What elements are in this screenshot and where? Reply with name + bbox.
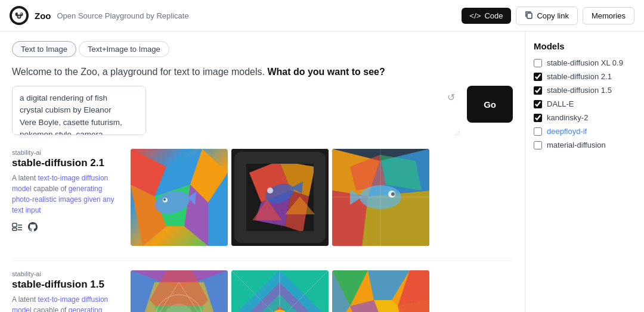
- image-thumb-sd21-1[interactable]: [131, 149, 228, 246]
- code-icon: </>: [470, 11, 481, 20]
- prompt-wrapper: a digital rendering of <span class="c-re…: [12, 86, 461, 137]
- image-thumb-sd15-3[interactable]: [332, 270, 429, 312]
- model-section-sd15: stability-ai stable-diffusion 1.5 A late…: [12, 270, 513, 312]
- copy-link-button[interactable]: Copy link: [516, 7, 577, 25]
- app-subtitle: Open Source Playground by Replicate: [57, 11, 189, 20]
- tab-text-to-image[interactable]: Text to Image: [12, 41, 76, 57]
- sidebar: Models stable-diffusion XL 0.9 stable-di…: [525, 32, 644, 312]
- model-org-sd15: stability-ai: [12, 270, 122, 277]
- welcome-text: Welcome to the Zoo, a playground for tex…: [12, 67, 513, 77]
- checkbox-material[interactable]: [534, 141, 542, 149]
- refresh-button[interactable]: ↺: [447, 92, 455, 103]
- model-checkbox-sd21: stable-diffusion 2.1: [534, 72, 636, 81]
- svg-point-23: [163, 198, 166, 201]
- model-header-sd21: stability-ai stable-diffusion 2.1 A late…: [12, 149, 513, 246]
- model-checkbox-dalle: DALL-E: [534, 99, 636, 108]
- checkbox-deepfloyd[interactable]: [534, 127, 542, 136]
- svg-point-5: [21, 13, 22, 14]
- label-xl[interactable]: stable-diffusion XL 0.9: [547, 58, 623, 67]
- svg-rect-9: [13, 228, 17, 230]
- image-thumb-sd15-2[interactable]: [231, 270, 329, 312]
- svg-point-6: [18, 16, 20, 18]
- label-material[interactable]: material-diffusion: [547, 141, 606, 149]
- app-name: Zoo: [35, 11, 51, 21]
- prompt-input[interactable]: a digital rendering of <span class="c-re…: [12, 86, 146, 135]
- content-area: Text to Image Text+Image to Image Welcom…: [0, 32, 525, 312]
- label-sd21[interactable]: stable-diffusion 2.1: [547, 72, 612, 81]
- model-section-sd21: stability-ai stable-diffusion 2.1 A late…: [12, 149, 513, 246]
- images-grid-sd21: [131, 149, 513, 246]
- checkbox-sd21[interactable]: [534, 73, 542, 81]
- model-checkbox-kandinsky: kandinsky-2: [534, 113, 636, 122]
- models-sidebar-title: Models: [534, 41, 636, 51]
- divider-1: [12, 260, 513, 261]
- logo-inner: [12, 8, 26, 23]
- app-logo: [10, 6, 29, 25]
- images-grid-sd15: [131, 270, 513, 312]
- svg-rect-8: [13, 223, 17, 227]
- model-repo-link-sd21[interactable]: [12, 221, 23, 235]
- checkbox-sd15[interactable]: [534, 86, 542, 95]
- code-button[interactable]: </> Code: [462, 8, 512, 24]
- model-header-sd15: stability-ai stable-diffusion 1.5 A late…: [12, 270, 513, 312]
- image-thumb-sd15-1[interactable]: [131, 270, 228, 312]
- svg-rect-7: [527, 13, 532, 18]
- header-actions: </> Code Copy link Memories: [462, 7, 634, 25]
- checkbox-kandinsky[interactable]: [534, 114, 542, 122]
- tab-bar: Text to Image Text+Image to Image: [12, 41, 513, 57]
- label-kandinsky[interactable]: kandinsky-2: [547, 113, 588, 122]
- playground-link[interactable]: Playground: [105, 11, 144, 20]
- model-checkbox-sd15: stable-diffusion 1.5: [534, 86, 636, 95]
- model-github-link-sd21[interactable]: [27, 221, 38, 235]
- model-desc-sd15: A latent text-to-image diffusion model c…: [12, 294, 122, 312]
- model-checkbox-deepfloyd: deepfloyd-if: [534, 127, 636, 136]
- model-checkbox-material: material-diffusion: [534, 141, 636, 149]
- label-sd15[interactable]: stable-diffusion 1.5: [547, 86, 612, 95]
- main-layout: Text to Image Text+Image to Image Welcom…: [0, 32, 644, 312]
- copy-icon: [525, 11, 533, 21]
- image-thumb-sd21-3[interactable]: [332, 149, 429, 246]
- model-links-sd21: [12, 221, 122, 235]
- svg-point-4: [18, 13, 19, 14]
- go-button[interactable]: Go: [467, 86, 513, 123]
- model-info-sd21: stability-ai stable-diffusion 2.1 A late…: [12, 149, 122, 235]
- model-name-sd15: stable-diffusion 1.5: [12, 279, 122, 291]
- tab-text-image-to-image[interactable]: Text+Image to Image: [79, 41, 169, 57]
- prompt-row: a digital rendering of <span class="c-re…: [12, 86, 513, 137]
- header: Zoo Open Source Playground by Replicate …: [0, 0, 644, 32]
- svg-point-32: [267, 188, 273, 194]
- model-checkbox-xl: stable-diffusion XL 0.9: [534, 58, 636, 67]
- checkbox-dalle[interactable]: [534, 100, 542, 108]
- image-thumb-sd21-2[interactable]: [231, 149, 329, 246]
- memories-button[interactable]: Memories: [583, 7, 634, 24]
- model-info-sd15: stability-ai stable-diffusion 1.5 A late…: [12, 270, 122, 312]
- resize-handle: ◿: [455, 129, 460, 136]
- model-org-sd21: stability-ai: [12, 149, 122, 156]
- svg-point-44: [391, 192, 395, 196]
- model-desc-sd21: A latent text-to-image diffusion model c…: [12, 173, 122, 216]
- model-name-sd21: stable-diffusion 2.1: [12, 157, 122, 169]
- label-dalle[interactable]: DALL-E: [547, 99, 574, 108]
- label-deepfloyd[interactable]: deepfloyd-if: [547, 127, 587, 136]
- checkbox-xl[interactable]: [534, 59, 542, 67]
